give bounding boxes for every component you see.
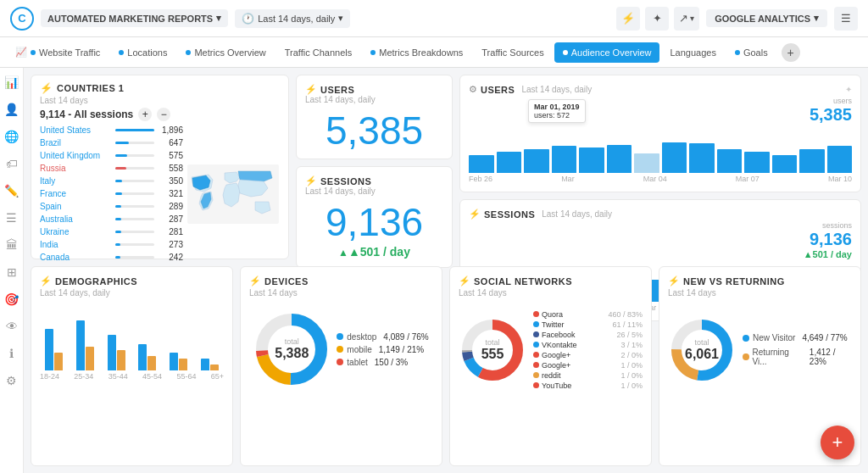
returning-subtitle: Last 14 days: [668, 288, 852, 298]
tab-website-traffic[interactable]: 📈 Website Traffic: [7, 42, 108, 63]
sidebar-icon-settings[interactable]: ⚙: [3, 371, 21, 390]
sidebar-icon-user[interactable]: 👁: [3, 317, 21, 336]
sidebar-icon-globe[interactable]: 🌐: [3, 127, 21, 146]
demo-spark-icon: ⚡: [40, 275, 52, 287]
social-donut: total 555: [459, 316, 526, 384]
sidebar-icon-list[interactable]: ☰: [3, 209, 21, 227]
tab-goals[interactable]: Goals: [726, 42, 776, 63]
world-map: [186, 125, 280, 263]
social-subtitle: Last 14 days: [459, 288, 643, 298]
users-chart-label: users: [810, 97, 852, 105]
demo-axis: 18-2425-3435-4445-5455-6465+: [40, 372, 224, 381]
users-subtitle: Last 14 days, daily: [305, 95, 376, 104]
tab-audience-overview[interactable]: Audience Overview: [554, 42, 660, 63]
social-spark-icon: ⚡: [459, 275, 470, 287]
sessions-chart-delta: ▲501 / day: [804, 249, 852, 259]
tab-label: Metrics Overview: [194, 47, 265, 58]
sidebar-icon-bell[interactable]: 🏛: [3, 236, 21, 254]
bottom-row: ⚡ DEMOGRAPHICS Last 14 days, daily: [24, 263, 868, 473]
date-range: Last 14 days, daily: [258, 14, 335, 24]
tab-label: Audience Overview: [571, 47, 652, 58]
center-metrics: ⚡ USERS Last 14 days, daily 5,385 ⚡ SESS…: [296, 75, 453, 259]
sessions-chart-spark-icon: ⚡: [469, 209, 481, 220]
sidebar-icon-chart[interactable]: 📊: [3, 73, 21, 92]
ga-selector[interactable]: GOOGLE ANALYTICS ▾: [706, 9, 827, 27]
tab-label: Locations: [127, 47, 167, 58]
devices-desktop-label: desktop: [347, 332, 376, 342]
tab-traffic-channels[interactable]: Traffic Channels: [276, 42, 360, 63]
countries-minus-btn[interactable]: −: [157, 108, 170, 121]
devices-tablet-val: 150 / 3%: [375, 358, 408, 367]
list-item: Italy350: [40, 175, 183, 186]
sidebar-icon-pencil[interactable]: ✏️: [3, 181, 21, 200]
countries-card: ⚡ COUNTRIES 1 Last 14 days 9,114 - All s…: [31, 75, 289, 259]
menu-icon-btn[interactable]: ☰: [834, 7, 858, 31]
sidebar-icon-target[interactable]: 🎯: [3, 290, 21, 309]
fab-add-btn[interactable]: +: [821, 426, 854, 459]
countries-list: United States1,896 Brazil647 United King…: [40, 125, 183, 263]
sessions-delta: ▲▲501 / day: [338, 245, 410, 259]
list-item: Canada242: [40, 252, 183, 263]
date-dropdown-icon: ▾: [338, 13, 343, 24]
sidebar-icon-tag[interactable]: 🏷: [3, 154, 21, 173]
demo-subtitle: Last 14 days, daily: [40, 288, 224, 298]
report-selector[interactable]: AUTOMATED MARKETING REPORTS ▾: [41, 9, 228, 27]
returning-title: NEW VS RETURNING: [683, 276, 785, 287]
share-icon-btn[interactable]: ↗▾: [674, 7, 699, 31]
list-item: United States1,896: [40, 125, 183, 136]
devices-spark-icon: ⚡: [249, 275, 261, 287]
tab-metrics-overview[interactable]: Metrics Overview: [177, 42, 274, 63]
returning-legend: New Visitor 4,649 / 77% Returning Vi... …: [743, 333, 852, 366]
users-chart-card: ⚙ USERS Last 14 days, daily ✦ users 5,38…: [459, 75, 861, 192]
users-chart-tooltip: Mar 01, 2019 users: 572: [528, 99, 586, 123]
ga-dropdown-icon: ▾: [814, 13, 819, 24]
top-bar-icons: ⚡ ✦ ↗▾: [616, 7, 699, 31]
sidebar-icon-users[interactable]: 👤: [3, 100, 21, 119]
date-selector[interactable]: 🕐 Last 14 days, daily ▾: [235, 9, 350, 28]
social-title: SOCIAL NETWORKS: [474, 276, 572, 287]
returning-total-val: 6,061: [685, 347, 719, 362]
sidebar-icon-info[interactable]: ℹ: [3, 344, 21, 363]
sessions-subtitle: Last 14 days, daily: [305, 186, 376, 196]
list-item: United Kingdom575: [40, 150, 183, 161]
star-icon-btn[interactable]: ✦: [645, 7, 669, 31]
users-chart-title: USERS: [481, 85, 515, 95]
social-total-val: 555: [481, 347, 504, 362]
list-item: France321: [40, 188, 183, 199]
users-chart-axis: Feb 26MarMar 04Mar 07Mar 10: [469, 175, 852, 183]
report-name: AUTOMATED MARKETING REPORTS: [47, 14, 213, 24]
devices-donut: total 5,388: [253, 311, 330, 387]
users-chart-gear-icon: ⚙: [469, 84, 477, 95]
returning-spark-icon: ⚡: [668, 275, 680, 287]
sessions-chart-label: sessions: [804, 221, 852, 230]
sessions-title: SESSIONS: [320, 176, 371, 186]
expand-icon[interactable]: ✦: [845, 85, 852, 94]
devices-total-val: 5,388: [275, 346, 309, 361]
tab-label: Goals: [743, 47, 768, 58]
add-tab-btn[interactable]: +: [782, 43, 800, 62]
users-chart-value: 5,385: [810, 105, 852, 125]
countries-title: COUNTRIES 1: [57, 83, 124, 93]
nav-tabs: 📈 Website Traffic Locations Metrics Over…: [0, 37, 868, 68]
tab-locations[interactable]: Locations: [110, 42, 175, 63]
report-dropdown-icon: ▾: [216, 13, 221, 24]
devices-subtitle: Last 14 days: [249, 288, 433, 298]
list-item: Brazil647: [40, 137, 183, 148]
sidebar: 📊 👤 🌐 🏷 ✏️ ☰ 🏛 ⊞ 🎯 👁 ℹ ⚙: [0, 68, 24, 473]
users-title: USERS: [320, 85, 354, 95]
chart-icon: 📈: [15, 47, 27, 58]
tab-label: Traffic Channels: [285, 47, 352, 58]
lightning-icon-btn[interactable]: ⚡: [616, 7, 640, 31]
sidebar-icon-grid[interactable]: ⊞: [3, 263, 21, 281]
tab-traffic-sources[interactable]: Traffic Sources: [473, 42, 552, 63]
devices-title: DEVICES: [264, 276, 309, 287]
tab-languages[interactable]: Languages: [661, 42, 724, 63]
tab-metrics-breakdowns[interactable]: Metrics Breakdowns: [362, 42, 471, 63]
tooltip-date: Mar 01, 2019: [534, 103, 580, 111]
users-bar-chart: [469, 126, 852, 173]
countries-add-btn[interactable]: +: [138, 108, 152, 121]
tab-label: Metrics Breakdowns: [379, 47, 463, 58]
countries-header: ⚡ COUNTRIES 1: [40, 82, 280, 94]
demo-chart: [40, 303, 224, 370]
sessions-value: 9,136: [326, 203, 423, 242]
